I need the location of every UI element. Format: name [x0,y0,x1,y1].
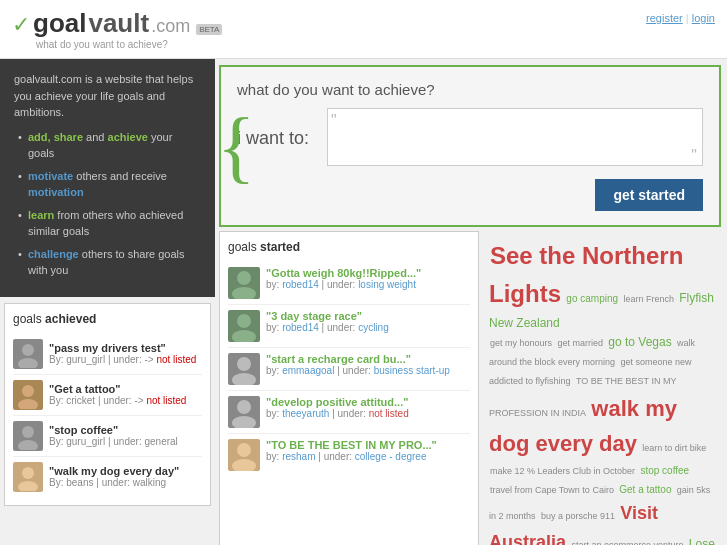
started-text-1: "Gotta weigh 80kg!!Ripped..." by: robed1… [266,267,421,290]
started-text-4: "develop positive attitud..." by: theeya… [266,396,409,419]
goals-achieved-title: goals achieved [13,312,202,326]
intro-item-3: learn from others who achieved similar g… [18,207,201,240]
svg-point-17 [232,459,256,471]
avatar-4 [13,462,43,492]
started-sub-4: by: theeyaruth | under: not listed [266,408,409,419]
left-panel: goalvault.com is a website that helps yo… [0,59,215,545]
logo-vault: vault [88,8,149,39]
intro-text-1a: and [86,131,107,143]
tag-cape-town-cairo[interactable]: travel from Cape Town to Cairo [490,485,614,495]
intro-highlight-challenge: challenge [28,248,79,260]
started-title-2[interactable]: "3 day stage race" [266,310,389,322]
tag-learn-french[interactable]: learn French [623,294,674,304]
header: ✓ goal vault .com BETA what do you want … [0,0,727,59]
logo-beta: BETA [196,24,222,35]
register-link[interactable]: register [646,12,683,24]
achieved-title-2[interactable]: "Get a tattoo" [49,383,186,395]
tag-visit-australia[interactable]: Visit Australia [489,503,658,545]
svg-point-2 [22,385,34,397]
avatar-icon-1 [14,340,42,368]
tag-leaders-club[interactable]: make 12 % Leaders Club in October [490,466,635,476]
started-avatar-5 [228,439,260,471]
goals-started-label: goals [228,240,257,254]
started-text-2: "3 day stage race" by: robed14 | under: … [266,310,389,333]
avatar-3 [13,421,43,451]
started-sub-1: by: robed14 | under: losing weight [266,279,421,290]
started-avatar-4 [228,396,260,428]
tag-go-vegas[interactable]: go to Vegas [608,335,671,349]
right-area: { what do you want to achieve? i want to… [215,59,727,545]
tag-get-married[interactable]: get married [557,338,603,348]
tag-get-tattoo[interactable]: Get a tattoo [619,484,671,495]
tag-stop-coffee[interactable]: stop coffee [640,465,689,476]
tag-buy-porsche[interactable]: buy a porsche 911 [541,511,615,521]
avatar-2 [13,380,43,410]
started-item-3: "start a recharge card bu..." by: emmaag… [228,348,470,391]
achieved-item-4: "walk my dog every day" By: beans | unde… [13,457,202,497]
tag-get-honours[interactable]: get my honours [490,338,552,348]
get-started-button[interactable]: get started [595,179,703,211]
achieved-title-3[interactable]: "stop coffee" [49,424,178,436]
started-sub-3: by: emmaagoal | under: business start-up [266,365,450,376]
started-title-5[interactable]: "TO BE THE BEST IN MY PRO..." [266,439,437,451]
want-input-wrapper: " " [327,108,703,169]
tag-go-camping[interactable]: go camping [566,293,618,304]
started-text-5: "TO BE THE BEST IN MY PRO..." by: resham… [266,439,437,462]
started-item-4: "develop positive attitud..." by: theeya… [228,391,470,434]
intro-description: goalvault.com is a website that helps yo… [14,71,201,121]
svg-point-14 [237,400,251,414]
avatar-icon-2 [14,381,42,409]
svg-point-5 [18,440,38,450]
logo: ✓ goal vault .com BETA [12,8,222,39]
want-box: { what do you want to achieve? i want to… [219,65,721,227]
avatar-icon-4 [14,463,42,491]
started-sub-5: by: resham | under: college - degree [266,451,437,462]
achieved-title-1[interactable]: "pass my drivers test" [49,342,196,354]
achieved-sub-4: By: beans | under: walking [49,477,179,488]
avatar-icon-3 [14,422,42,450]
started-title-1[interactable]: "Gotta weigh 80kg!!Ripped..." [266,267,421,279]
svg-point-0 [22,344,34,356]
started-avatar-icon-4 [228,396,260,428]
login-link[interactable]: login [692,12,715,24]
started-title-3[interactable]: "start a recharge card bu..." [266,353,450,365]
intro-item-4: challenge others to share goals with you [18,246,201,279]
tag-ecommerce[interactable]: start an ecommerce venture [571,540,683,545]
started-title-4[interactable]: "develop positive attitud..." [266,396,409,408]
goals-achieved: goals achieved "pass my drivers test" By… [4,303,211,506]
tag-dirt-bike[interactable]: learn to dirt bike [642,443,706,453]
achieved-sub-3: By: guru_girl | under: general [49,436,178,447]
started-sub-2: by: robed14 | under: cycling [266,322,389,333]
goals-achieved-label-bold: achieved [45,312,96,326]
logo-check-icon: ✓ [12,12,30,38]
header-nav: register | login [646,8,715,24]
started-avatar-icon-5 [228,439,260,471]
started-avatar-icon-2 [228,310,260,342]
started-avatar-icon-3 [228,353,260,385]
goals-started-label-bold: started [260,240,300,254]
main-content: goalvault.com is a website that helps yo… [0,59,727,545]
goals-started: goals started "Gotta weigh 80kg!!Ripped.… [219,231,479,545]
svg-point-3 [18,399,38,409]
svg-point-10 [237,314,251,328]
logo-goal: goal [33,8,86,39]
achieved-item-2: "Get a tattoo" By: cricket | under: -> n… [13,375,202,416]
achieved-text-2: "Get a tattoo" By: cricket | under: -> n… [49,383,186,406]
started-text-3: "start a recharge card bu..." by: emmaag… [266,353,450,376]
svg-point-12 [237,357,251,371]
started-avatar-3 [228,353,260,385]
achieved-title-4[interactable]: "walk my dog every day" [49,465,179,477]
svg-point-1 [18,358,38,368]
intro-highlight-learn: learn [28,209,54,221]
svg-point-9 [232,287,256,299]
achieved-item-1: "pass my drivers test" By: guru_girl | u… [13,334,202,375]
quote-open-icon: " [331,112,337,130]
started-avatar-2 [228,310,260,342]
logo-dotcom: .com [151,16,190,37]
intro-highlight-motivate: motivate [28,170,73,182]
intro-highlight-motivation: motivation [28,186,84,198]
started-item-5: "TO BE THE BEST IN MY PRO..." by: resham… [228,434,470,476]
svg-point-7 [18,481,38,491]
achieved-sub-1: By: guru_girl | under: -> not listed [49,354,196,365]
want-input[interactable] [327,108,703,166]
